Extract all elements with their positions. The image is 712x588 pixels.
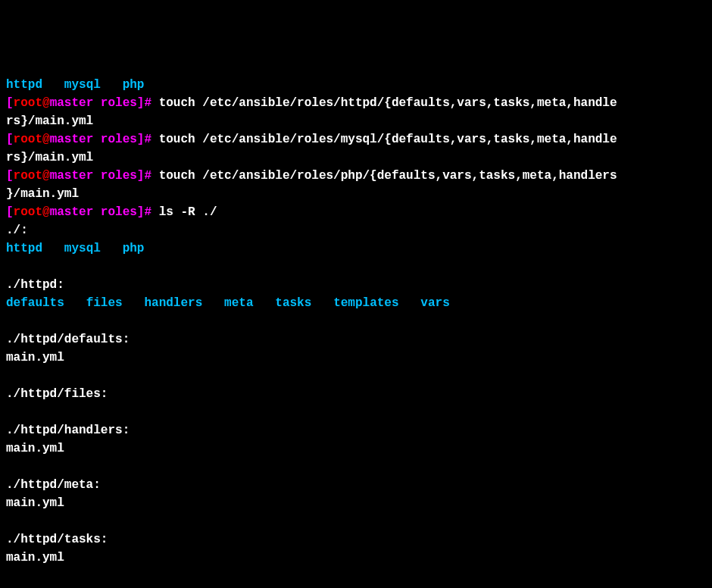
- command-touch-1a: touch /etc/ansible/roles/httpd/{defaults…: [151, 96, 617, 110]
- prompt-path: roles: [93, 205, 137, 219]
- dir-meta: meta: [224, 296, 253, 310]
- file-main-yml: main.yml: [6, 549, 706, 567]
- dir-handlers: handlers: [144, 296, 202, 310]
- ls-httpd-defaults-header: ./httpd/defaults:: [6, 330, 706, 349]
- prompt-at: @: [42, 169, 50, 183]
- dir-vars: vars: [420, 296, 449, 310]
- prompt-user: root: [14, 133, 42, 146]
- ls-httpd-handlers-header: ./httpd/handlers:: [6, 421, 706, 439]
- top-dir-httpd: httpd: [6, 78, 42, 92]
- file-main-yml: main.yml: [6, 494, 706, 512]
- ls-httpd-tasks-header: ./httpd/tasks:: [6, 530, 706, 549]
- file-main-yml: main.yml: [6, 349, 706, 367]
- command-ls: ls -R ./: [151, 205, 217, 219]
- prompt-bracket-close: ]: [137, 169, 145, 183]
- ls-httpd-files-header: ./httpd/files:: [6, 385, 706, 403]
- dir-mysql: mysql: [64, 242, 101, 255]
- blank-line: [6, 512, 706, 530]
- prompt-bracket-close: ]: [137, 133, 145, 146]
- dir-defaults: defaults: [6, 296, 64, 310]
- command-touch-3a: touch /etc/ansible/roles/php/{defaults,v…: [151, 169, 617, 183]
- dir-files: files: [86, 296, 123, 310]
- command-touch-1b: rs}/main.yml: [6, 112, 706, 130]
- prompt-bracket-open: [: [6, 133, 14, 146]
- prompt-hash: #: [144, 96, 151, 110]
- file-main-yml: main.yml: [6, 439, 706, 458]
- prompt-bracket-close: ]: [137, 96, 145, 110]
- command-touch-2a: touch /etc/ansible/roles/mysql/{defaults…: [151, 133, 617, 146]
- ls-root-dirs: httpd mysql php: [6, 239, 706, 258]
- command-line-2: [root@master roles]# touch /etc/ansible/…: [6, 130, 706, 149]
- prompt-at: @: [42, 205, 50, 219]
- prompt-path: roles: [93, 133, 137, 146]
- prompt-bracket-open: [: [6, 169, 14, 183]
- blank-line: [6, 567, 706, 585]
- ls-httpd-meta-header: ./httpd/meta:: [6, 476, 706, 494]
- command-touch-2b: rs}/main.yml: [6, 149, 706, 167]
- command-touch-3b: }/main.yml: [6, 185, 706, 203]
- prompt-path: roles: [93, 169, 137, 183]
- blank-line: [6, 458, 706, 476]
- prompt-bracket-open: [: [6, 96, 14, 110]
- blank-line: [6, 258, 706, 276]
- top-dir-php: php: [123, 78, 145, 92]
- prompt-path: roles: [93, 96, 137, 110]
- dir-tasks: tasks: [275, 296, 311, 310]
- dir-httpd: httpd: [6, 242, 42, 255]
- prompt-hash: #: [144, 133, 151, 146]
- command-line-1: [root@master roles]# touch /etc/ansible/…: [6, 94, 706, 112]
- ls-httpd-header: ./httpd:: [6, 276, 706, 294]
- top-dir-mysql: mysql: [64, 78, 101, 92]
- dir-php: php: [123, 242, 145, 255]
- ls-root-header: ./:: [6, 221, 706, 239]
- prompt-at: @: [42, 133, 50, 146]
- command-line-3: [root@master roles]# touch /etc/ansible/…: [6, 167, 706, 185]
- prompt-hash: #: [144, 169, 151, 183]
- command-line-4: [root@master roles]# ls -R ./: [6, 203, 706, 221]
- prompt-bracket-close: ]: [137, 205, 145, 219]
- prompt-host: master: [50, 205, 94, 219]
- prompt-at: @: [42, 96, 50, 110]
- prompt-bracket-open: [: [6, 205, 14, 219]
- ls-httpd-templates-header: ./httpd/templates:: [6, 585, 706, 588]
- prompt-user: root: [14, 205, 42, 219]
- top-dir-line: httpd mysql php: [6, 76, 706, 94]
- prompt-hash: #: [144, 205, 151, 219]
- dir-templates: templates: [333, 296, 398, 310]
- terminal-output[interactable]: httpd mysql php[root@master roles]# touc…: [6, 76, 706, 588]
- prompt-host: master: [50, 133, 94, 146]
- blank-line: [6, 403, 706, 421]
- prompt-host: master: [50, 169, 94, 183]
- prompt-host: master: [50, 96, 94, 110]
- prompt-user: root: [14, 96, 42, 110]
- blank-line: [6, 367, 706, 385]
- prompt-user: root: [14, 169, 42, 183]
- blank-line: [6, 312, 706, 330]
- ls-httpd-dirs: defaults files handlers meta tasks templ…: [6, 294, 706, 312]
